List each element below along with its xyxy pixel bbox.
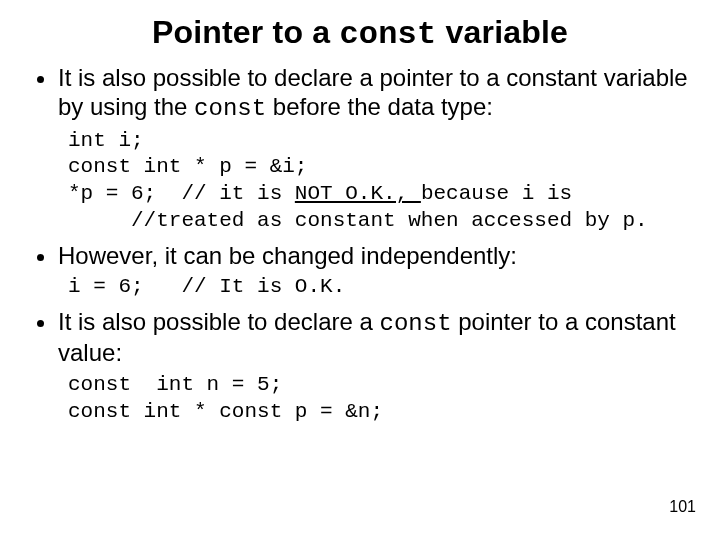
bullet-list-2: However, it can be changed independently… xyxy=(28,241,692,270)
code3-line2: const int * const p = &n; xyxy=(68,400,383,423)
title-text-post: variable xyxy=(436,14,568,50)
code1-line1: int i; xyxy=(68,129,144,152)
code1-line2: const int * p = &i; xyxy=(68,155,307,178)
code1-line3a: *p = 6; // it is xyxy=(68,182,295,205)
bullet-list-3: It is also possible to declare a const p… xyxy=(28,307,692,368)
title-text-pre: Pointer to a xyxy=(152,14,340,50)
bullet-1-post: before the data type: xyxy=(266,93,493,120)
code1-line4: //treated as constant when accessed by p… xyxy=(68,209,648,232)
code-block-1: int i; const int * p = &i; *p = 6; // it… xyxy=(68,128,692,236)
page-number: 101 xyxy=(669,498,696,516)
title-const-keyword: const xyxy=(339,16,436,53)
bullet-1: It is also possible to declare a pointer… xyxy=(58,63,692,124)
slide-title: Pointer to a const variable xyxy=(28,14,692,53)
code-block-2: i = 6; // It is O.K. xyxy=(68,274,692,301)
bullet-3-const-keyword: const xyxy=(380,310,452,337)
bullet-3-pre: It is also possible to declare a xyxy=(58,308,380,335)
bullet-3: It is also possible to declare a const p… xyxy=(58,307,692,368)
bullet-list: It is also possible to declare a pointer… xyxy=(28,63,692,124)
bullet-1-const-keyword: const xyxy=(194,95,266,122)
bullet-2: However, it can be changed independently… xyxy=(58,241,692,270)
code1-line3b: because i is xyxy=(421,182,572,205)
code-block-3: const int n = 5; const int * const p = &… xyxy=(68,372,692,426)
code3-line1: const int n = 5; xyxy=(68,373,282,396)
code1-line3-not-ok: NOT O.K., xyxy=(295,182,421,205)
slide: Pointer to a const variable It is also p… xyxy=(0,0,720,425)
